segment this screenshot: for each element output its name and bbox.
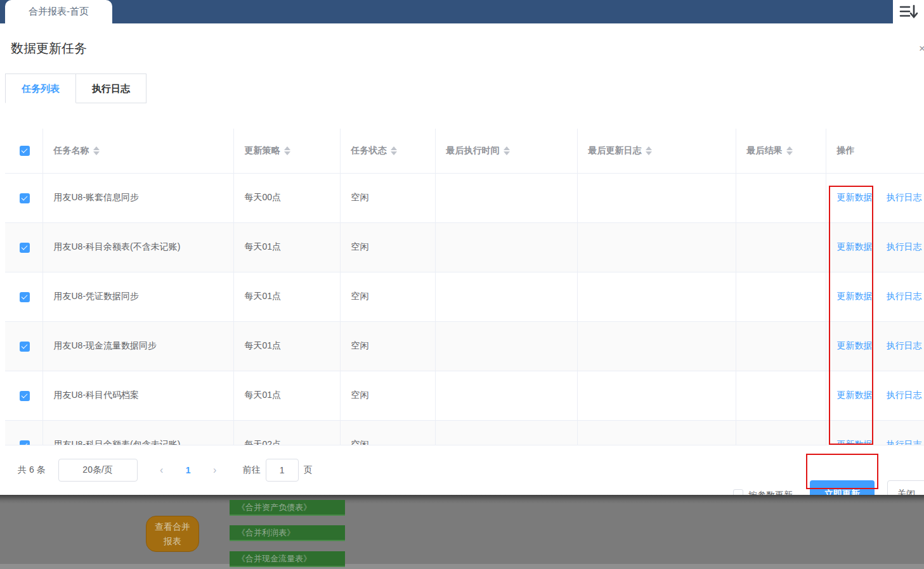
row-checkbox[interactable]	[20, 243, 30, 253]
select-all-checkbox[interactable]	[20, 146, 30, 156]
operation-cell: 更新数据执行日志	[826, 321, 924, 371]
row-checkbox-cell	[5, 321, 42, 371]
page-number-1[interactable]: 1	[183, 465, 193, 475]
close-icon[interactable]: ×	[919, 42, 924, 55]
last-update-log-cell	[577, 420, 736, 445]
view-consolidated-report-button[interactable]: 查看合并报表	[146, 516, 199, 552]
last-exec-time-cell	[435, 321, 577, 371]
tab-execution-log[interactable]: 执行日志	[76, 74, 146, 103]
column-header[interactable]: 任务状态	[340, 129, 435, 173]
last-update-log-cell	[577, 222, 736, 272]
update-strategy-cell: 每天02点	[233, 420, 340, 445]
sort-descending-icon[interactable]	[899, 3, 920, 23]
dialog-footer: 共 6 条 20条/页 ‹ 1 › 前往 页	[0, 445, 924, 495]
last-update-log-cell	[577, 173, 736, 222]
column-header[interactable]: 最后结果	[736, 129, 826, 173]
row-checkbox[interactable]	[20, 292, 30, 302]
update-strategy-cell: 每天01点	[233, 371, 340, 420]
update-data-link[interactable]: 更新数据	[837, 439, 873, 445]
update-data-link[interactable]: 更新数据	[837, 241, 873, 252]
table-row: 用友U8-账套信息同步每天00点空闲更新数据执行日志	[5, 173, 924, 222]
execution-log-link[interactable]: 执行日志	[887, 241, 922, 252]
column-header-label: 最后结果	[747, 145, 783, 155]
column-header: 操作	[826, 129, 924, 173]
column-header[interactable]: 任务名称	[42, 129, 233, 173]
dialog-tabs: 任务列表执行日志	[5, 74, 146, 103]
row-checkbox-cell	[5, 173, 42, 222]
column-header-label: 更新策略	[245, 145, 280, 155]
task-status-cell: 空闲	[340, 173, 435, 222]
update-strategy-cell: 每天00点	[233, 173, 340, 222]
execution-log-link[interactable]: 执行日志	[887, 439, 922, 445]
operation-cell: 更新数据执行日志	[826, 173, 924, 222]
data-update-task-dialog: 数据更新任务 × 任务列表执行日志 任务名称更新策略任务状态最后执行时间最后更新…	[0, 23, 924, 495]
task-status-cell: 空闲	[340, 272, 435, 321]
last-result-cell	[736, 371, 826, 420]
column-header-label: 任务名称	[54, 145, 89, 155]
task-name-cell: 用友U8-科目余额表(包含未记账)	[42, 420, 233, 445]
chevron-left-icon[interactable]: ‹	[157, 464, 167, 476]
last-result-cell	[736, 222, 826, 272]
sort-caret-icon[interactable]	[786, 146, 793, 155]
execution-log-link[interactable]: 执行日志	[887, 390, 922, 400]
column-header-label: 最后执行时间	[446, 145, 500, 155]
task-name-cell: 用友U8-账套信息同步	[42, 173, 233, 222]
row-checkbox[interactable]	[20, 391, 30, 401]
report-button-3[interactable]: 《合并现金流量表》	[230, 551, 345, 567]
dialog-title: 数据更新任务	[11, 40, 87, 57]
update-data-link[interactable]: 更新数据	[837, 340, 873, 350]
app-tab-label: 合并报表-首页	[29, 6, 89, 18]
last-update-log-cell	[577, 321, 736, 371]
last-update-log-cell	[577, 371, 736, 420]
last-exec-time-cell	[435, 173, 577, 222]
report-button-2[interactable]: 《合并利润表》	[230, 525, 345, 541]
execution-log-link[interactable]: 执行日志	[887, 291, 922, 301]
update-data-link[interactable]: 更新数据	[837, 192, 873, 202]
goto-page-input[interactable]	[266, 459, 299, 482]
execution-log-link[interactable]: 执行日志	[887, 340, 922, 350]
row-checkbox[interactable]	[20, 342, 30, 352]
column-header-label: 操作	[837, 145, 855, 155]
table-row: 用友U8-凭证数据同步每天01点空闲更新数据执行日志	[5, 272, 924, 321]
table-row: 用友U8-现金流量数据同步每天01点空闲更新数据执行日志	[5, 321, 924, 371]
app-top-bar	[0, 0, 893, 23]
view-consolidated-report-label: 查看合并报表	[153, 520, 192, 548]
update-strategy-cell: 每天01点	[233, 272, 340, 321]
tab-task-list[interactable]: 任务列表	[5, 74, 76, 103]
execution-log-link[interactable]: 执行日志	[887, 192, 922, 202]
sort-caret-icon[interactable]	[284, 146, 290, 155]
table-row: 用友U8-科目余额表(包含未记账)每天02点空闲更新数据执行日志	[5, 420, 924, 445]
update-data-link[interactable]: 更新数据	[837, 390, 873, 400]
update-data-link[interactable]: 更新数据	[837, 291, 873, 301]
task-name-cell: 用友U8-科目代码档案	[42, 371, 233, 420]
table-row: 用友U8-科目代码档案每天01点空闲更新数据执行日志	[5, 371, 924, 420]
sort-caret-icon[interactable]	[93, 146, 100, 155]
row-checkbox[interactable]	[20, 440, 30, 445]
app-tab-home[interactable]: 合并报表-首页	[5, 0, 112, 23]
task-status-cell: 空闲	[340, 371, 435, 420]
last-result-cell	[736, 173, 826, 222]
last-result-cell	[736, 321, 826, 371]
sort-caret-icon[interactable]	[504, 146, 510, 155]
goto-page-label: 前往	[243, 464, 261, 476]
last-exec-time-cell	[435, 371, 577, 420]
update-strategy-cell: 每天01点	[233, 321, 340, 371]
column-header-label: 任务状态	[351, 145, 387, 155]
row-checkbox[interactable]	[20, 193, 30, 203]
sort-caret-icon[interactable]	[646, 146, 652, 155]
row-checkbox-cell	[5, 222, 42, 272]
background-strip	[0, 564, 924, 569]
last-result-cell	[736, 272, 826, 321]
report-button-1[interactable]: 《合并资产负债表》	[230, 500, 345, 516]
column-header-label: 最后更新日志	[589, 145, 642, 155]
column-header[interactable]: 最后更新日志	[577, 129, 736, 173]
column-header[interactable]: 更新策略	[233, 129, 340, 173]
sort-caret-icon[interactable]	[391, 146, 397, 155]
operation-cell: 更新数据执行日志	[826, 222, 924, 272]
last-exec-time-cell	[435, 272, 577, 321]
chevron-right-icon[interactable]: ›	[210, 464, 220, 476]
page-size-select[interactable]: 20条/页	[58, 459, 138, 482]
pagination: 共 6 条 20条/页 ‹ 1 › 前往 页	[18, 445, 313, 495]
column-header[interactable]: 最后执行时间	[435, 129, 577, 173]
last-update-log-cell	[577, 272, 736, 321]
